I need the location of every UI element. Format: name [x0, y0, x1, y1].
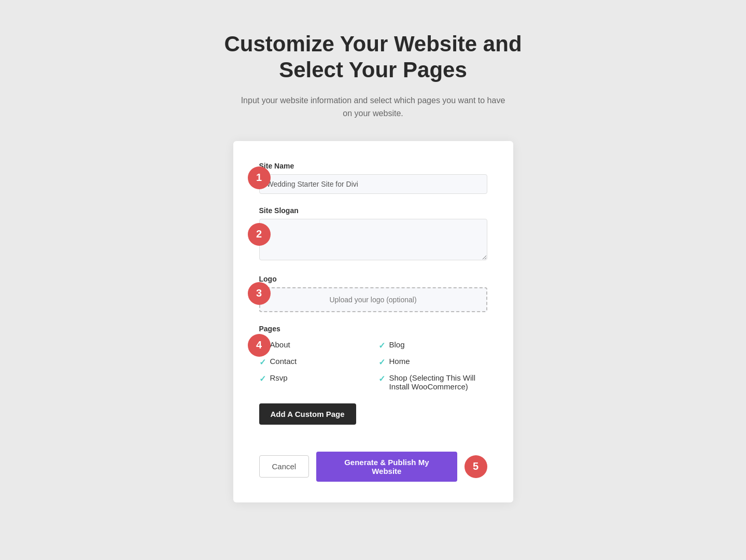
pages-grid: ✓ About ✓ Blog ✓ Contact ✓ Home ✓ Rsvp ✓…	[259, 340, 487, 391]
step-badge-2: 2	[248, 223, 271, 246]
check-icon-shop: ✓	[378, 374, 385, 384]
page-item-rsvp[interactable]: ✓ Rsvp	[259, 373, 368, 391]
step-badge-4: 4	[248, 334, 271, 357]
check-icon-contact: ✓	[259, 357, 266, 367]
check-icon-home: ✓	[378, 357, 385, 367]
site-slogan-input[interactable]	[259, 219, 487, 260]
step-badge-5: 5	[465, 455, 487, 478]
logo-upload-area[interactable]: Upload your logo (optional)	[259, 287, 487, 312]
page-label-blog: Blog	[389, 340, 405, 349]
site-name-input[interactable]	[259, 174, 487, 194]
logo-group: 3 Logo Upload your logo (optional)	[259, 275, 487, 312]
add-custom-page-button[interactable]: Add A Custom Page	[259, 403, 356, 425]
site-name-group: 1 Site Name	[259, 162, 487, 194]
page-label-about: About	[270, 340, 290, 349]
page-item-about[interactable]: ✓ About	[259, 340, 368, 351]
page-item-shop[interactable]: ✓ Shop (Selecting This Will Install WooC…	[378, 373, 487, 391]
step-badge-3: 3	[248, 282, 271, 305]
check-icon-blog: ✓	[378, 341, 385, 351]
page-label-rsvp: Rsvp	[270, 373, 288, 382]
page-item-contact[interactable]: ✓ Contact	[259, 357, 368, 367]
step-badge-1: 1	[248, 166, 271, 189]
cancel-button[interactable]: Cancel	[259, 455, 309, 478]
page-subtitle: Input your website information and selec…	[241, 94, 505, 120]
page-item-home[interactable]: ✓ Home	[378, 357, 487, 367]
site-name-label: Site Name	[259, 162, 487, 170]
page-label-home: Home	[389, 357, 410, 366]
check-icon-rsvp: ✓	[259, 374, 266, 384]
page-label-shop: Shop (Selecting This Will Install WooCom…	[389, 373, 487, 391]
pages-label: Pages	[259, 325, 487, 333]
site-slogan-label: Site Slogan	[259, 206, 487, 215]
main-card: 1 Site Name 2 Site Slogan 3 Logo Upload …	[233, 141, 513, 502]
footer-buttons: Cancel Generate & Publish My Website 5	[259, 452, 487, 482]
page-label-contact: Contact	[270, 357, 297, 366]
page-title: Customize Your Website and Select Your P…	[224, 31, 522, 83]
site-slogan-group: 2 Site Slogan	[259, 206, 487, 262]
page-item-blog[interactable]: ✓ Blog	[378, 340, 487, 351]
logo-label: Logo	[259, 275, 487, 283]
generate-publish-button[interactable]: Generate & Publish My Website	[316, 452, 457, 482]
pages-section: 4 Pages ✓ About ✓ Blog ✓ Contact ✓ Home …	[259, 325, 487, 391]
